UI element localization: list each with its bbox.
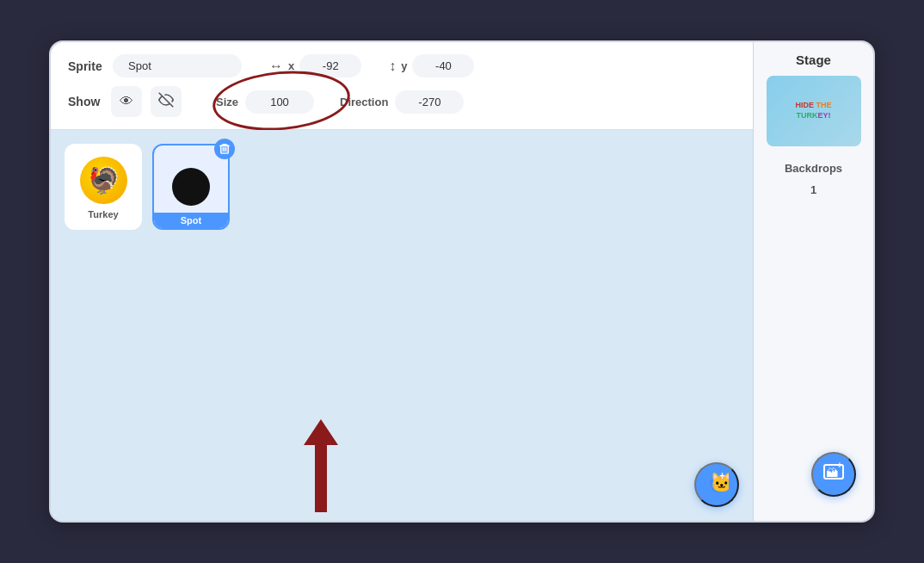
- stage-title: Stage: [796, 53, 831, 67]
- x-input[interactable]: [299, 54, 361, 77]
- spot-name-label: Spot: [154, 213, 228, 228]
- trash-icon: [219, 143, 230, 156]
- turkey-image: 🦃: [77, 154, 129, 206]
- stage-panel: Stage HIDE THE TURKEY! Backdrops 1: [753, 42, 873, 521]
- sprite-header: Sprite ↔ x ↕ y Show: [51, 42, 753, 130]
- size-input-wrap: [245, 90, 314, 114]
- show-hidden-button[interactable]: [151, 86, 182, 117]
- direction-group: Direction: [340, 90, 464, 114]
- size-group: Size: [216, 90, 314, 114]
- direction-input[interactable]: [395, 90, 464, 114]
- show-label: Show: [68, 95, 102, 108]
- turkey-name-label: Turkey: [88, 209, 118, 220]
- add-backdrop-icon: 🏔 +: [822, 461, 845, 488]
- eye-icon: 👁: [120, 94, 133, 109]
- sprite-label: Sprite: [68, 59, 102, 73]
- add-backdrop-button[interactable]: 🏔 +: [811, 452, 856, 497]
- sprite-card-spot[interactable]: Spot: [152, 144, 230, 230]
- stage-preview[interactable]: HIDE THE TURKEY!: [767, 76, 861, 146]
- y-label: y: [401, 59, 407, 72]
- y-axis-icon: ↕: [389, 59, 396, 74]
- spot-circle: [172, 168, 210, 206]
- y-coord-group: ↕ y: [389, 54, 474, 77]
- sprite-name-input[interactable]: [113, 54, 242, 77]
- turkey-emoji: 🦃: [80, 157, 127, 204]
- show-visible-button[interactable]: 👁: [111, 86, 142, 117]
- add-sprite-icon: 🐱 +: [705, 470, 729, 499]
- show-row: Show 👁 Size: [68, 86, 736, 117]
- sprites-panel: 🦃 Turkey: [51, 130, 753, 521]
- x-coord-group: ↔ x: [269, 54, 361, 77]
- y-input[interactable]: [412, 54, 474, 77]
- eye-slash-icon: [158, 92, 174, 111]
- arrow-annotation: [304, 419, 338, 512]
- x-label: x: [288, 59, 294, 72]
- svg-rect-3: [222, 143, 226, 145]
- sprite-name-row: Sprite ↔ x ↕ y: [68, 54, 736, 77]
- size-input[interactable]: [245, 90, 314, 114]
- spot-image: [165, 161, 217, 213]
- preview-line2: TURKEY!: [795, 111, 831, 121]
- preview-line1: HIDE THE: [795, 101, 831, 111]
- add-sprite-button[interactable]: 🐱 +: [694, 462, 739, 507]
- delete-sprite-button[interactable]: [214, 139, 235, 159]
- outer-wrapper: Sprite ↔ x ↕ y Show: [0, 0, 924, 563]
- svg-rect-4: [219, 145, 230, 145]
- backdrops-label: Backdrops: [785, 162, 842, 175]
- stage-panel-bottom: 🏔 +: [762, 205, 865, 510]
- size-label: Size: [216, 96, 238, 108]
- svg-text:🏔: 🏔: [826, 466, 838, 479]
- x-axis-icon: ↔: [269, 59, 283, 74]
- arrow-shaft: [315, 443, 327, 512]
- stage-preview-text: HIDE THE TURKEY!: [795, 101, 831, 121]
- backdrops-count: 1: [810, 183, 816, 196]
- scratch-ui: Sprite ↔ x ↕ y Show: [49, 40, 875, 523]
- direction-label: Direction: [340, 96, 388, 108]
- main-area: Sprite ↔ x ↕ y Show: [51, 42, 753, 521]
- sprite-card-turkey[interactable]: 🦃 Turkey: [65, 144, 142, 230]
- arrow-head: [304, 419, 338, 445]
- svg-text:+: +: [837, 461, 842, 470]
- svg-text:+: +: [719, 470, 725, 482]
